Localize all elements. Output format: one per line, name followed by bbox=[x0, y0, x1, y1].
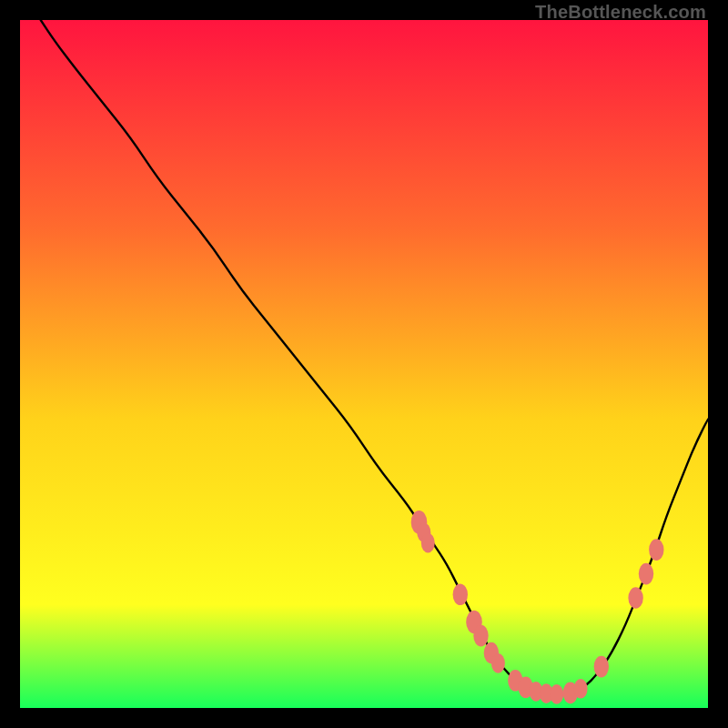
curve-marker bbox=[574, 679, 588, 699]
curve-marker bbox=[473, 625, 488, 647]
curve-marker bbox=[628, 587, 642, 609]
chart-frame: TheBottleneck.com bbox=[0, 0, 728, 728]
plot-area bbox=[20, 20, 708, 708]
curve-marker bbox=[491, 653, 505, 673]
gradient-background bbox=[20, 20, 708, 708]
curve-marker bbox=[594, 656, 609, 678]
curve-marker bbox=[639, 563, 653, 585]
curve-marker bbox=[649, 539, 663, 561]
curve-marker bbox=[550, 684, 563, 704]
curve-marker bbox=[421, 533, 435, 553]
chart-svg bbox=[20, 20, 708, 708]
curve-marker bbox=[453, 584, 468, 606]
